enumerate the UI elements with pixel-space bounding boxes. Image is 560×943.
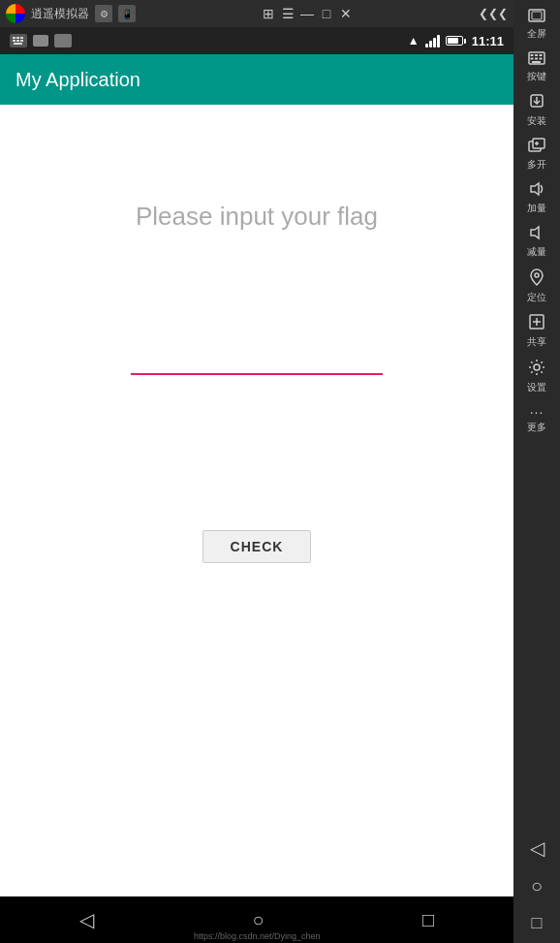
home-nav-button[interactable]: ○ xyxy=(252,909,264,931)
home-circle-icon[interactable]: ○ xyxy=(531,875,543,897)
sidebar-item-fullscreen[interactable]: 全屏 xyxy=(515,4,558,45)
emulator-icon-2[interactable]: 📱 xyxy=(118,5,136,22)
more-icon: ··· xyxy=(530,404,544,421)
app-toolbar: My Application xyxy=(0,54,513,105)
wifi-icon: ▲ xyxy=(408,34,420,47)
svg-point-30 xyxy=(534,364,540,370)
emulator-icon-1[interactable]: ⚙ xyxy=(95,5,112,22)
close-icon[interactable]: ✕ xyxy=(338,6,354,21)
sidebar-item-multiopen[interactable]: 多开 xyxy=(515,134,558,175)
svg-marker-25 xyxy=(531,227,539,238)
svg-rect-13 xyxy=(540,54,543,56)
status-right: ▲ 11:11 xyxy=(408,34,504,48)
hint-text: Please input your flag xyxy=(136,202,378,232)
minimize-icon[interactable]: — xyxy=(299,6,315,21)
keys-label: 按键 xyxy=(527,70,546,83)
sidebar-item-location[interactable]: 定位 xyxy=(515,265,558,308)
bottom-url: https://blog.csdn.net/Dying_chen xyxy=(194,931,321,941)
install-label: 安装 xyxy=(527,114,546,128)
android-statusbar: ▲ 11:11 xyxy=(0,27,513,54)
keyboard-sidebar-icon xyxy=(528,50,545,69)
window-controls: ⊞ ☰ — □ ✕ xyxy=(261,6,354,21)
location-icon xyxy=(530,268,544,290)
svg-rect-1 xyxy=(13,37,16,39)
emulator-wrapper: 逍遥模拟器 ⚙ 📱 ⊞ ☰ — □ ✕ ❮❮❮ xyxy=(0,0,560,943)
multiopen-icon xyxy=(528,138,545,157)
status-left xyxy=(10,34,72,47)
svg-marker-24 xyxy=(531,183,539,195)
volume-up-label: 加量 xyxy=(527,202,546,215)
check-button[interactable]: CHECK xyxy=(202,530,312,563)
sidebar-item-volume-down[interactable]: 减量 xyxy=(515,221,558,263)
sidebar-item-share[interactable]: 共享 xyxy=(515,310,558,352)
share-icon xyxy=(529,314,544,333)
multiopen-label: 多开 xyxy=(527,158,546,172)
expand-icon[interactable]: ⊞ xyxy=(261,6,276,21)
more-label: 更多 xyxy=(527,421,546,434)
sidebar-item-more[interactable]: ··· 更多 xyxy=(515,400,558,439)
app-title: My Application xyxy=(16,69,140,91)
svg-rect-7 xyxy=(14,43,22,45)
svg-rect-6 xyxy=(20,40,23,42)
emulator-titlebar: 逍遥模拟器 ⚙ 📱 ⊞ ☰ — □ ✕ ❮❮❮ xyxy=(0,0,513,27)
volume-down-label: 减量 xyxy=(527,245,546,259)
volume-up-icon xyxy=(528,181,545,201)
svg-rect-11 xyxy=(531,54,534,56)
recents-nav-button[interactable]: □ xyxy=(422,909,434,931)
svg-rect-14 xyxy=(531,58,534,60)
share-label: 共享 xyxy=(527,335,546,349)
emulator-logo-icon xyxy=(6,4,25,23)
titlebar-left: 逍遥模拟器 ⚙ 📱 xyxy=(6,4,136,23)
sidebar-item-settings[interactable]: 设置 xyxy=(515,355,558,398)
svg-rect-5 xyxy=(16,40,19,42)
fullscreen-label: 全屏 xyxy=(527,27,546,41)
sidebar-item-keys[interactable]: 按键 xyxy=(515,47,558,87)
svg-rect-16 xyxy=(540,58,543,60)
back-arrow-icon[interactable]: ◁ xyxy=(530,836,544,860)
settings-icon xyxy=(528,359,545,380)
svg-rect-17 xyxy=(532,61,541,63)
sidebar-item-volume-up[interactable]: 加量 xyxy=(515,177,558,219)
battery-icon xyxy=(446,36,466,46)
back-nav-button[interactable]: ◁ xyxy=(79,908,94,931)
right-sidebar: 全屏 按键 xyxy=(513,0,560,943)
emulator-title: 逍遥模拟器 xyxy=(31,6,89,22)
app-content: Please input your flag CHECK xyxy=(0,105,513,896)
svg-rect-2 xyxy=(16,37,19,39)
svg-rect-12 xyxy=(535,54,538,56)
menu-icon[interactable]: ☰ xyxy=(280,6,296,21)
maximize-icon[interactable]: □ xyxy=(319,6,334,21)
svg-point-26 xyxy=(535,273,539,277)
arrow-buttons[interactable]: ❮❮❮ xyxy=(479,7,508,20)
keyboard-icon xyxy=(10,34,27,47)
volume-down-icon xyxy=(528,225,545,244)
svg-rect-15 xyxy=(535,58,538,60)
signal-icon xyxy=(425,34,440,47)
flag-input[interactable] xyxy=(131,348,383,375)
status-time: 11:11 xyxy=(472,34,504,48)
location-label: 定位 xyxy=(527,291,546,304)
lang-icon xyxy=(54,34,72,47)
input-icon xyxy=(33,35,48,47)
recents-square-icon[interactable]: □ xyxy=(532,913,543,933)
settings-label: 设置 xyxy=(527,381,546,394)
fullscreen-icon xyxy=(528,8,545,26)
install-icon xyxy=(529,93,544,112)
svg-rect-3 xyxy=(20,37,23,39)
emulator-screen: ▲ 11:11 My xyxy=(0,27,513,943)
svg-rect-4 xyxy=(13,40,16,42)
svg-rect-9 xyxy=(532,12,542,19)
sidebar-item-install[interactable]: 安装 xyxy=(515,89,558,131)
